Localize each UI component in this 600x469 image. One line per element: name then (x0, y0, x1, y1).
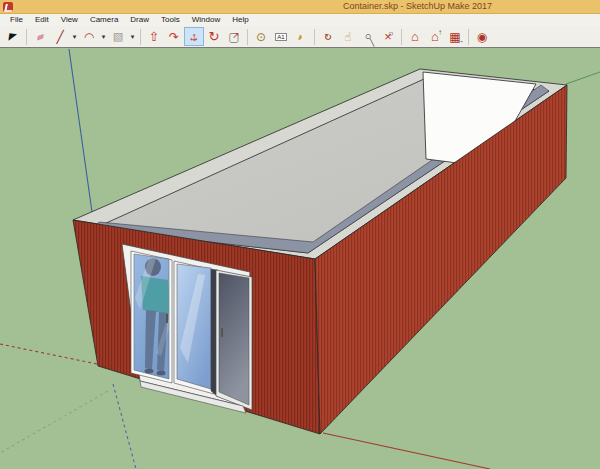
menu-draw[interactable]: Draw (124, 14, 155, 26)
menu-help[interactable]: Help (226, 14, 254, 26)
zoom-tool-button[interactable]: ○╲ (358, 27, 378, 46)
line-tool-button[interactable]: ╱ (50, 27, 70, 46)
tape-measure-tool-icon: ⊙ (256, 31, 266, 43)
door-right-panel-glass[interactable] (219, 273, 249, 405)
zoom-extents-tool-icon-overlay: ○ (389, 30, 394, 38)
pan-tool-button[interactable]: ☝ (338, 27, 358, 46)
rotate-tool-button[interactable]: ↻ (204, 27, 224, 46)
send-to-layout-icon-overlay: → (456, 37, 464, 45)
orbit-tool-icon-overlay: ↻ (324, 32, 332, 41)
modeling-viewport[interactable] (0, 47, 600, 469)
share-model-button[interactable]: ⌂↑ (425, 27, 445, 46)
window-title: Container.skp - SketchUp Make 2017 (343, 1, 492, 11)
extension-warehouse-icon: ◉ (477, 31, 487, 43)
shapes-tool-icon: ▧ (113, 31, 123, 42)
arc-tool-dropdown[interactable]: ▾ (99, 27, 108, 46)
door-handle (166, 314, 168, 323)
send-to-layout-button[interactable]: ▦→ (445, 27, 465, 46)
offset-tool-button[interactable]: ↷ (164, 27, 184, 46)
door-handle (221, 328, 223, 337)
shapes-tool-dropdown[interactable]: ▾ (128, 27, 137, 46)
toolbar-separator (401, 29, 402, 45)
extension-warehouse-button[interactable]: ◉ (472, 27, 492, 46)
push-pull-tool-button[interactable]: ⇧ (144, 27, 164, 46)
toolbar-separator (247, 29, 248, 45)
arc-tool-button[interactable]: ◠ (79, 27, 99, 46)
sketchup-window: Container.skp - SketchUp Make 2017 FileE… (0, 0, 600, 469)
menu-tools[interactable]: Tools (155, 14, 186, 26)
rotate-tool-icon: ↻ (209, 30, 220, 43)
toolbar-separator (140, 29, 141, 45)
menu-window[interactable]: Window (186, 14, 226, 26)
eraser-tool-button[interactable]: ▰ (30, 27, 50, 46)
person-figure[interactable] (134, 254, 171, 379)
menu-camera[interactable]: Camera (84, 14, 124, 26)
toolbar-separator (314, 29, 315, 45)
eraser-tool-icon: ▰ (34, 30, 45, 43)
tape-measure-tool-button[interactable]: ⊙ (251, 27, 271, 46)
move-tool-button[interactable]: ↔↕ (184, 27, 204, 46)
title-bar[interactable]: Container.skp - SketchUp Make 2017 (0, 0, 600, 14)
pan-tool-icon: ☝ (344, 31, 351, 43)
line-tool-icon: ╱ (56, 31, 63, 43)
push-pull-tool-icon: ⇧ (149, 30, 160, 43)
text-tool-button[interactable]: A1 (271, 27, 291, 46)
paint-bucket-tool-icon: ◗ (296, 30, 307, 44)
getting-started-toolbar: ◤▰╱▾◠▾▧▾⇧↷↔↕↻▢↗⊙A1◗○↻☝○╲×○⌂⌂↑▦→◉ (0, 26, 600, 47)
orbit-tool-button[interactable]: ○↻ (318, 27, 338, 46)
sketchup-logo-icon (3, 2, 13, 12)
zoom-extents-tool-button[interactable]: ×○ (378, 27, 398, 46)
toolbar-separator (26, 29, 27, 45)
zoom-tool-icon-overlay: ╲ (370, 38, 374, 45)
menu-view[interactable]: View (55, 14, 84, 26)
select-tool-button[interactable]: ◤ (3, 27, 23, 46)
viewport-canvas[interactable] (0, 48, 600, 469)
arc-tool-icon: ◠ (84, 31, 94, 43)
shapes-tool-button[interactable]: ▧ (108, 27, 128, 46)
menu-bar: FileEditViewCameraDrawToolsWindowHelp (0, 14, 600, 26)
line-tool-dropdown[interactable]: ▾ (70, 27, 79, 46)
scale-tool-icon-overlay: ↗ (232, 30, 240, 39)
get-models-button[interactable]: ⌂ (405, 27, 425, 46)
text-tool-icon: A1 (275, 33, 286, 41)
toolbar-separator (468, 29, 469, 45)
get-models-icon: ⌂ (411, 30, 419, 43)
glass-tint (134, 254, 169, 379)
share-model-icon-overlay: ↑ (438, 29, 442, 37)
select-tool-icon: ◤ (8, 31, 17, 42)
scale-tool-button[interactable]: ▢↗ (224, 27, 244, 46)
paint-bucket-tool-button[interactable]: ◗ (291, 27, 311, 46)
offset-tool-icon: ↷ (169, 31, 179, 43)
menu-edit[interactable]: Edit (29, 14, 55, 26)
menu-file[interactable]: File (4, 14, 29, 26)
move-tool-icon-overlay: ↕ (191, 31, 197, 43)
